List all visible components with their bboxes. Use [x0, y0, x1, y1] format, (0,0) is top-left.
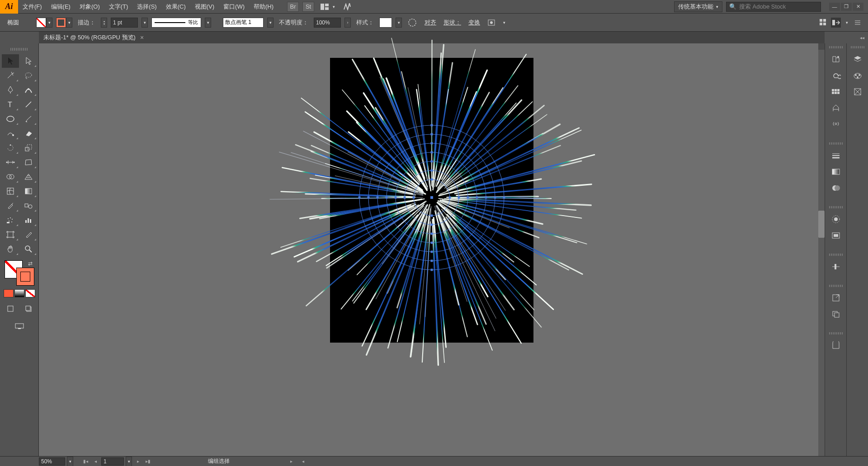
transparency-icon[interactable] — [827, 180, 845, 196]
swatches-icon[interactable] — [827, 84, 845, 100]
gpu-icon[interactable] — [341, 2, 353, 12]
canvas[interactable] — [39, 43, 825, 456]
menu-help[interactable]: 帮助(H) — [249, 0, 278, 14]
swap-fill-stroke-icon[interactable]: ⇄ — [28, 260, 33, 267]
minimize-button[interactable]: — — [829, 3, 840, 11]
rotate-tool[interactable] — [2, 141, 19, 155]
direct-selection-tool[interactable] — [20, 54, 37, 68]
arrange-caret[interactable]: ▾ — [330, 2, 337, 12]
panel-grip[interactable] — [10, 48, 28, 51]
menu-select[interactable]: 选择(S) — [132, 0, 161, 14]
graphic-styles-icon[interactable] — [827, 227, 845, 244]
dock-grip-3[interactable] — [829, 206, 843, 208]
properties-icon[interactable] — [849, 84, 867, 100]
stroke-proxy[interactable] — [16, 268, 34, 286]
appearance-icon[interactable] — [827, 211, 845, 227]
free-transform-tool[interactable] — [20, 155, 37, 169]
libraries-icon[interactable] — [827, 51, 845, 67]
shape-builder-tool[interactable] — [2, 170, 19, 184]
dock-grip-4[interactable] — [829, 254, 843, 256]
weight-stepper[interactable]: ▴▾ — [101, 18, 107, 28]
layers-icon[interactable] — [849, 51, 867, 67]
scroll-left-icon[interactable]: ◂ — [299, 457, 307, 466]
artboard-caret[interactable]: ▾ — [126, 457, 132, 466]
maximize-button[interactable]: ❐ — [841, 3, 852, 11]
slice-tool[interactable] — [20, 228, 37, 241]
symbols-icon[interactable] — [827, 116, 845, 132]
hand-tool[interactable] — [2, 242, 19, 256]
arrange-docs-icon[interactable] — [319, 2, 330, 12]
dock-grip-6[interactable] — [829, 332, 843, 334]
artboard-prev-icon[interactable]: ◂ — [91, 457, 99, 466]
artboard-last-icon[interactable]: ▸▮ — [144, 457, 152, 466]
workspace-switcher[interactable]: 传统基本功能 ▾ — [674, 1, 722, 12]
symbol-sprayer-tool[interactable] — [2, 213, 19, 227]
asset-export-icon[interactable] — [827, 290, 845, 306]
profile-caret[interactable]: ▾ — [205, 18, 211, 28]
vertical-scrollbar[interactable] — [818, 43, 825, 456]
artboard-number-field[interactable]: 1 — [101, 457, 124, 466]
bridge-icon[interactable]: Br — [287, 2, 299, 12]
perspective-tool[interactable] — [20, 170, 37, 184]
dock-grip-2[interactable] — [829, 142, 843, 145]
ellipse-tool[interactable] — [2, 112, 19, 126]
paintbrush-tool[interactable] — [20, 112, 37, 126]
eraser-tool[interactable] — [20, 127, 37, 140]
close-button[interactable]: ✕ — [853, 3, 863, 11]
snap-caret[interactable]: ▾ — [844, 18, 850, 28]
collapse-panels-icon[interactable]: ◂◂ — [860, 35, 864, 40]
menu-window[interactable]: 窗口(W) — [219, 0, 249, 14]
status-menu-icon[interactable]: ▸ — [290, 459, 292, 464]
artwork-burst[interactable] — [258, 24, 606, 372]
type-tool[interactable]: T — [2, 98, 19, 111]
screen-mode[interactable] — [13, 321, 26, 332]
stroke-panel-icon[interactable] — [827, 147, 845, 164]
stock-icon[interactable]: St — [302, 2, 314, 12]
color-mode-solid[interactable] — [4, 289, 14, 297]
color-mode-gradient[interactable] — [14, 289, 24, 297]
snap-pixel-icon[interactable] — [831, 18, 841, 28]
brushes-icon[interactable] — [827, 100, 845, 116]
stroke-weight-field[interactable]: 1 pt — [111, 18, 138, 28]
zoom-caret[interactable]: ▾ — [67, 457, 73, 466]
dock-grip[interactable] — [829, 46, 843, 48]
menu-edit[interactable]: 编辑(E) — [47, 0, 75, 14]
pen-tool[interactable] — [2, 83, 19, 97]
fill-swatch[interactable] — [36, 18, 46, 28]
artboard-next-icon[interactable]: ▸ — [134, 457, 142, 466]
dock-grip-r[interactable] — [851, 46, 864, 48]
align-pixel-icon[interactable] — [818, 18, 828, 28]
draw-mode-behind[interactable] — [20, 302, 37, 315]
mesh-tool[interactable] — [2, 184, 19, 198]
menu-effect[interactable]: 效果(C) — [161, 0, 190, 14]
align-panel-icon[interactable] — [827, 259, 845, 275]
menu-view[interactable]: 视图(V) — [190, 0, 219, 14]
scale-tool[interactable] — [20, 141, 37, 155]
fill-caret[interactable]: ▾ — [46, 18, 52, 28]
magic-wand-tool[interactable] — [2, 69, 19, 82]
stroke-caret[interactable]: ▾ — [66, 18, 72, 28]
blend-tool[interactable] — [20, 199, 37, 212]
search-input[interactable]: 🔍 搜索 Adobe Stock — [726, 2, 821, 12]
gradient-tool[interactable] — [20, 184, 37, 198]
artboard-tool[interactable] — [2, 228, 19, 241]
menu-type[interactable]: 文字(T) — [104, 0, 133, 14]
fill-stroke-control[interactable]: ⇄ — [3, 259, 36, 287]
curvature-tool[interactable] — [20, 83, 37, 97]
stroke-swatch[interactable] — [56, 18, 66, 28]
zoom-tool[interactable] — [20, 242, 37, 256]
draw-mode-normal[interactable] — [2, 302, 19, 315]
dock-grip-5[interactable] — [829, 285, 843, 287]
document-tab[interactable]: 未标题-1* @ 50% (RGB/GPU 预览) × — [39, 32, 148, 43]
prefs-icon[interactable] — [853, 18, 863, 28]
profile-preview[interactable]: 等比 — [151, 18, 201, 28]
color-icon[interactable] — [849, 67, 867, 84]
color-mode-none[interactable] — [25, 289, 35, 297]
width-tool[interactable] — [2, 155, 19, 169]
weight-caret[interactable]: ▾ — [142, 18, 148, 28]
line-tool[interactable] — [20, 98, 37, 111]
graph-tool[interactable] — [20, 213, 37, 227]
artboards-panel-icon[interactable] — [827, 306, 845, 322]
color-guide-icon[interactable] — [827, 337, 845, 353]
menu-file[interactable]: 文件(F) — [18, 0, 47, 14]
